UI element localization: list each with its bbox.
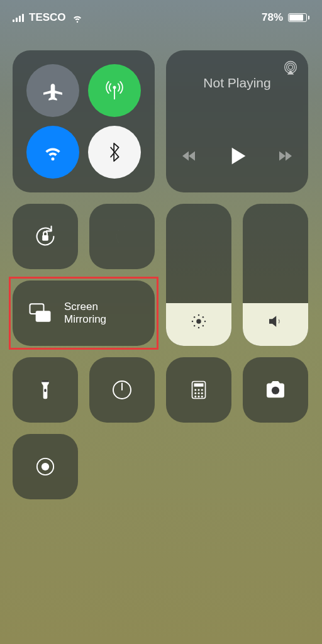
- airplane-mode-toggle[interactable]: [26, 64, 79, 117]
- airplay-icon[interactable]: [282, 59, 299, 77]
- flashlight-button[interactable]: [13, 357, 78, 423]
- volume-icon: [266, 312, 285, 331]
- orientation-lock-icon: [31, 222, 60, 251]
- bluetooth-icon: [102, 140, 127, 165]
- svg-point-26: [198, 392, 200, 394]
- svg-point-3: [287, 63, 295, 71]
- orientation-lock-toggle[interactable]: [13, 204, 78, 269]
- camera-icon: [262, 377, 289, 403]
- brightness-slider[interactable]: [166, 204, 231, 346]
- svg-point-15: [203, 316, 204, 318]
- svg-point-30: [201, 396, 203, 397]
- svg-point-24: [201, 389, 203, 391]
- screen-mirroring-icon: [26, 299, 54, 327]
- svg-point-29: [198, 396, 200, 397]
- svg-point-33: [42, 463, 49, 470]
- svg-rect-5: [42, 235, 48, 241]
- svg-point-16: [194, 325, 196, 327]
- airplane-icon: [40, 78, 65, 103]
- wifi-icon: [40, 140, 65, 165]
- svg-point-10: [198, 327, 200, 329]
- volume-slider[interactable]: [243, 204, 308, 346]
- do-not-disturb-toggle[interactable]: [89, 204, 155, 269]
- svg-point-23: [198, 389, 200, 391]
- svg-point-9: [198, 314, 200, 316]
- now-playing-label: Not Playing: [179, 75, 296, 91]
- svg-point-13: [194, 316, 196, 318]
- svg-point-8: [196, 319, 201, 324]
- timer-button[interactable]: [89, 357, 155, 423]
- svg-point-28: [194, 396, 196, 397]
- brightness-icon: [189, 312, 208, 331]
- svg-rect-21: [194, 384, 204, 387]
- wifi-toggle[interactable]: [26, 126, 79, 179]
- media-prev-button[interactable]: [179, 147, 198, 165]
- cellular-data-toggle[interactable]: [88, 64, 141, 117]
- svg-rect-18: [42, 380, 49, 382]
- svg-point-12: [204, 321, 206, 323]
- battery-percent-label: 78%: [262, 11, 283, 24]
- connectivity-tile[interactable]: [13, 50, 155, 192]
- media-next-button[interactable]: [276, 147, 295, 165]
- status-bar: TESCO 78%: [0, 0, 322, 35]
- cellular-antenna-icon: [102, 78, 127, 103]
- svg-point-25: [194, 392, 196, 394]
- cellular-signal-icon: [13, 13, 24, 22]
- svg-point-14: [203, 325, 204, 327]
- calculator-icon: [187, 379, 210, 401]
- svg-point-22: [194, 389, 196, 391]
- flashlight-icon: [33, 377, 58, 402]
- svg-rect-17: [44, 389, 46, 392]
- svg-point-2: [289, 65, 293, 69]
- screen-mirroring-label: Screen Mirroring: [64, 301, 106, 325]
- screen-record-icon: [32, 453, 58, 480]
- svg-point-27: [201, 392, 203, 394]
- moon-icon: [109, 223, 135, 250]
- carrier-label: TESCO: [29, 11, 66, 24]
- screen-record-button[interactable]: [13, 434, 78, 499]
- calculator-button[interactable]: [166, 357, 231, 423]
- svg-point-11: [192, 321, 194, 323]
- media-play-button[interactable]: [225, 143, 250, 169]
- bluetooth-toggle[interactable]: [88, 126, 141, 179]
- screen-mirroring-tile[interactable]: Screen Mirroring: [13, 280, 155, 346]
- timer-icon: [109, 377, 135, 403]
- svg-point-31: [272, 387, 279, 394]
- battery-icon: [288, 13, 309, 22]
- wifi-status-icon: [71, 11, 84, 24]
- svg-rect-7: [36, 311, 51, 321]
- media-tile[interactable]: Not Playing: [166, 50, 308, 192]
- camera-button[interactable]: [243, 357, 308, 423]
